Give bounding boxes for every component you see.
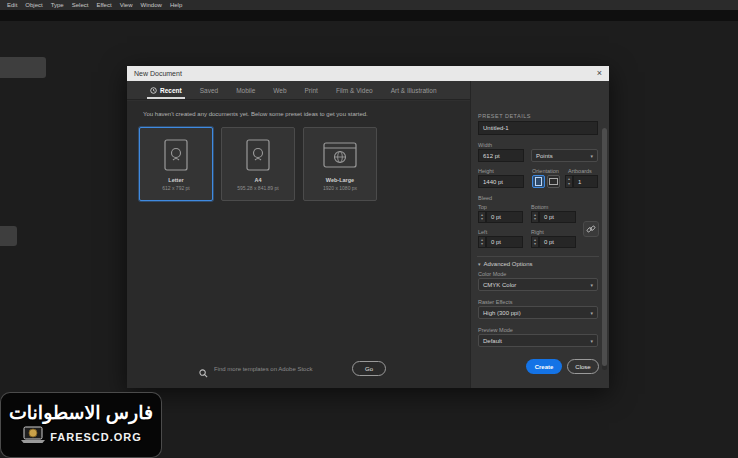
bleed-label: Bleed <box>478 195 492 201</box>
tab-film-video[interactable]: Film & Video <box>327 81 382 99</box>
bleed-left-field[interactable]: 0 pt <box>486 236 523 248</box>
preview-mode-value: Default <box>483 338 502 344</box>
search-icon <box>199 364 208 382</box>
preset-dimensions: 595.28 x 841.89 pt <box>237 185 278 191</box>
bleed-right-stepper[interactable]: ▴▾ <box>531 236 539 248</box>
menu-object[interactable]: Object <box>21 0 46 10</box>
menu-select[interactable]: Select <box>68 0 93 10</box>
close-icon[interactable]: × <box>597 66 602 81</box>
document-icon <box>246 137 270 173</box>
width-label: Width <box>478 142 492 148</box>
menu-type[interactable]: Type <box>47 0 68 10</box>
menu-view[interactable]: View <box>116 0 137 10</box>
menu-effect[interactable]: Effect <box>92 0 115 10</box>
artboards-stepper[interactable]: ▴▾ <box>565 175 573 188</box>
laptop-icon <box>20 426 46 448</box>
tab-recent[interactable]: Recent <box>141 81 191 99</box>
units-dropdown[interactable]: Points ▾ <box>531 149 598 162</box>
chevron-down-icon: ▾ <box>590 338 593 344</box>
portrait-orientation-icon[interactable] <box>532 175 545 188</box>
height-label: Height <box>478 168 494 174</box>
create-button[interactable]: Create <box>526 359 562 374</box>
toolbar-strip <box>0 10 738 21</box>
height-field[interactable]: 1440 pt <box>478 175 524 188</box>
width-field[interactable]: 612 pt <box>478 149 524 162</box>
close-button[interactable]: Close <box>567 359 599 374</box>
preset-name: Letter <box>168 177 183 183</box>
color-mode-value: CMYK Color <box>483 282 516 288</box>
tab-label: Art & Illustration <box>391 87 437 94</box>
preset-dimensions: 612 x 792 pt <box>162 185 190 191</box>
new-document-dialog: New Document × Recent Saved Mobile Web P… <box>127 66 609 388</box>
watermark-domain-text: FARESCD.ORG <box>50 431 142 443</box>
preset-dimensions: 1920 x 1080 px <box>323 185 357 191</box>
raster-effects-label: Raster Effects <box>478 299 512 305</box>
dialog-title: New Document <box>134 70 597 77</box>
bleed-top-field[interactable]: 0 pt <box>486 211 523 223</box>
watermark-arabic-text: فارس الاسطوانات <box>9 402 153 424</box>
preview-mode-dropdown[interactable]: Default ▾ <box>478 334 598 347</box>
tab-art-illustration[interactable]: Art & Illustration <box>382 81 446 99</box>
document-name-field[interactable]: Untitled-1 <box>478 121 598 135</box>
preset-card-a4[interactable]: A4 595.28 x 841.89 pt <box>221 127 295 201</box>
tab-label: Mobile <box>236 87 255 94</box>
color-mode-dropdown[interactable]: CMYK Color ▾ <box>478 278 598 291</box>
tab-label: Film & Video <box>336 87 373 94</box>
raster-effects-dropdown[interactable]: High (300 ppi) ▾ <box>478 306 598 319</box>
template-search-bar: Go <box>127 357 470 383</box>
chevron-down-icon: ▾ <box>590 282 593 288</box>
tab-label: Saved <box>200 87 218 94</box>
artboards-field[interactable]: 1 <box>573 175 598 188</box>
units-value: Points <box>536 153 553 159</box>
watermark: فارس الاسطوانات FARESCD.ORG <box>0 392 162 458</box>
background-panel-fragment <box>0 226 17 246</box>
panel-scrollbar <box>602 128 607 370</box>
preview-mode-label: Preview Mode <box>478 327 513 333</box>
chevron-down-icon: ▾ <box>478 261 481 267</box>
color-mode-label: Color Mode <box>478 271 506 277</box>
tab-saved[interactable]: Saved <box>191 81 227 99</box>
menu-help[interactable]: Help <box>166 0 186 10</box>
web-document-icon <box>323 137 357 173</box>
advanced-options-toggle[interactable]: ▾ Advanced Options <box>478 261 533 267</box>
preset-card-web-large[interactable]: Web-Large 1920 x 1080 px <box>303 127 377 201</box>
orientation-label: Orientation <box>532 168 559 174</box>
artboards-label: Artboards <box>568 168 592 174</box>
scrollbar-thumb[interactable] <box>602 128 607 366</box>
preset-card-letter[interactable]: Letter 612 x 792 pt <box>139 127 213 201</box>
preset-details-panel: PRESET DETAILS Untitled-1 Width 612 pt P… <box>470 81 609 388</box>
tab-label: Web <box>273 87 286 94</box>
clock-icon <box>150 87 157 94</box>
bleed-bottom-stepper[interactable]: ▴▾ <box>531 211 539 223</box>
empty-state-message: You haven't created any documents yet. B… <box>143 111 368 117</box>
bleed-link-button[interactable] <box>583 221 599 237</box>
raster-effects-value: High (300 ppi) <box>483 310 521 316</box>
go-button[interactable]: Go <box>352 361 386 376</box>
preset-browser: You haven't created any documents yet. B… <box>127 101 470 388</box>
preset-name: Web-Large <box>326 177 354 183</box>
menu-edit[interactable]: Edit <box>3 0 21 10</box>
tab-mobile[interactable]: Mobile <box>227 81 264 99</box>
tab-web[interactable]: Web <box>264 81 295 99</box>
dialog-titlebar: New Document × <box>127 66 609 81</box>
background-panel-fragment <box>0 57 46 78</box>
menu-bar: Edit Object Type Select Effect View Wind… <box>0 0 738 10</box>
bleed-right-field[interactable]: 0 pt <box>539 236 576 248</box>
bleed-top-stepper[interactable]: ▴▾ <box>478 211 486 223</box>
advanced-options-label: Advanced Options <box>484 261 533 267</box>
document-icon <box>164 137 188 173</box>
landscape-orientation-icon[interactable] <box>547 175 560 188</box>
chevron-down-icon: ▾ <box>590 310 593 316</box>
divider <box>477 256 599 257</box>
chevron-down-icon: ▾ <box>590 153 593 159</box>
bleed-bottom-label: Bottom <box>531 204 548 210</box>
menu-window[interactable]: Window <box>137 0 166 10</box>
bleed-bottom-field[interactable]: 0 pt <box>539 211 576 223</box>
search-input[interactable] <box>214 361 349 377</box>
tab-print[interactable]: Print <box>296 81 327 99</box>
bleed-right-label: Right <box>531 229 544 235</box>
link-icon <box>586 224 596 234</box>
bleed-left-stepper[interactable]: ▴▾ <box>478 236 486 248</box>
bleed-left-label: Left <box>478 229 487 235</box>
preset-card-list: Letter 612 x 792 pt A4 595.28 x 841.89 p… <box>139 127 377 201</box>
